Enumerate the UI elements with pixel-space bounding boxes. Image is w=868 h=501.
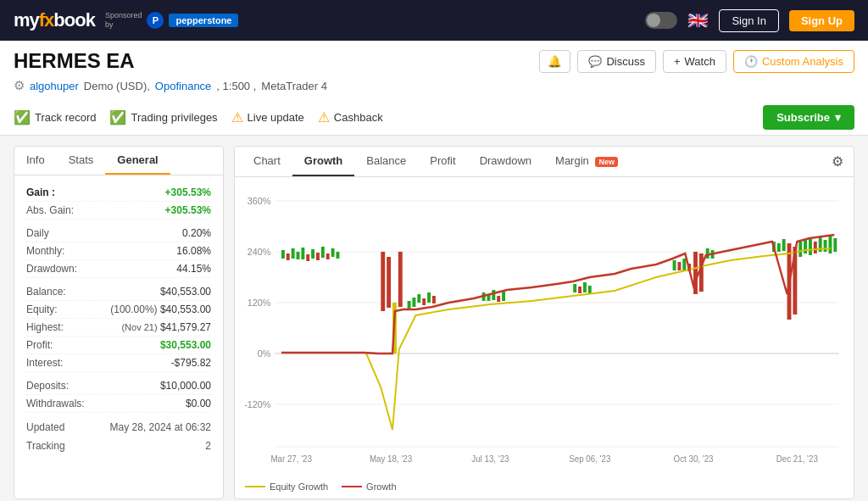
- svg-rect-41: [492, 290, 495, 300]
- stat-gain: Gain : +305.53%: [26, 184, 211, 202]
- chart-tab-growth[interactable]: Growth: [292, 147, 355, 176]
- abs-gain-value: +305.53%: [165, 204, 211, 216]
- svg-rect-30: [387, 257, 391, 308]
- svg-rect-21: [301, 248, 304, 259]
- equity-amt: $40,553.00: [160, 303, 211, 315]
- equity-growth-legend-line: [245, 486, 265, 487]
- svg-text:-120%: -120%: [244, 399, 270, 409]
- svg-text:May 18, '23: May 18, '23: [370, 454, 413, 464]
- equity-label: Equity:: [26, 303, 58, 315]
- monthly-label: Monthly:: [26, 245, 64, 257]
- chart-settings-icon[interactable]: ⚙: [828, 150, 847, 173]
- profit-label: Profit:: [26, 339, 53, 351]
- subscribe-button[interactable]: Subscribe ▾: [763, 105, 854, 130]
- svg-rect-66: [824, 240, 827, 252]
- language-flag[interactable]: 🇬🇧: [687, 10, 709, 31]
- theme-toggle[interactable]: [645, 12, 677, 29]
- svg-text:120%: 120%: [248, 298, 271, 308]
- svg-rect-50: [682, 259, 686, 270]
- svg-text:240%: 240%: [248, 247, 271, 257]
- chart-tab-margin[interactable]: Margin New: [543, 147, 630, 176]
- tracking-row: Tracking 2: [26, 437, 211, 455]
- discuss-label: Discuss: [606, 55, 645, 68]
- right-panel: Chart Growth Balance Profit Drawdown Mar…: [234, 146, 854, 499]
- svg-text:Jul 13, '23: Jul 13, '23: [471, 454, 509, 464]
- svg-rect-19: [292, 248, 295, 259]
- bell-button[interactable]: 🔔: [539, 50, 570, 73]
- watch-icon: +: [674, 55, 681, 68]
- page-title: HERMES EA: [14, 49, 135, 73]
- gain-label: Gain :: [26, 186, 55, 198]
- signin-button[interactable]: Sign In: [719, 9, 778, 32]
- badge-track-record: ✅ Track record: [14, 109, 96, 125]
- chart-tabs: Chart Growth Balance Profit Drawdown Mar…: [242, 147, 630, 176]
- chart-tab-drawdown[interactable]: Drawdown: [468, 147, 543, 176]
- custom-analysis-button[interactable]: 🕐 Custom Analysis: [733, 50, 854, 73]
- profit-value: $30,553.00: [160, 339, 211, 351]
- left-panel: Info Stats General Gain : +305.53% Abs. …: [14, 146, 224, 499]
- svg-rect-27: [331, 248, 335, 257]
- signup-button[interactable]: Sign Up: [789, 10, 854, 31]
- stat-withdrawals: Withdrawals: $0.00: [26, 395, 211, 413]
- stat-interest: Interest: -$795.82: [26, 354, 211, 372]
- chart-tab-balance[interactable]: Balance: [354, 147, 418, 176]
- svg-text:Mar 27, '23: Mar 27, '23: [270, 454, 312, 464]
- tab-general[interactable]: General: [105, 147, 170, 175]
- badges-row: ✅ Track record ✅ Trading privileges ⚠ Li…: [14, 100, 854, 135]
- svg-rect-35: [417, 294, 420, 303]
- chart-tab-chart[interactable]: Chart: [242, 147, 292, 176]
- tracking-value: 2: [205, 440, 211, 452]
- equity-growth-legend-label: Equity Growth: [270, 482, 328, 492]
- svg-text:360%: 360%: [248, 196, 271, 206]
- discuss-button[interactable]: 💬 Discuss: [577, 50, 656, 73]
- clock-icon: 🕐: [744, 55, 758, 68]
- svg-rect-52: [693, 252, 698, 294]
- badge-track-label: Track record: [35, 111, 96, 124]
- daily-value: 0.20%: [182, 227, 211, 239]
- updated-row: Updated May 28, 2024 at 06:32: [26, 418, 211, 437]
- tab-stats[interactable]: Stats: [57, 147, 106, 175]
- highest-date: (Nov 21): [121, 322, 157, 332]
- growth-legend-line: [342, 486, 362, 487]
- growth-chart: 360% 240% 120% 0% -120% Mar 27, '23 May …: [242, 184, 847, 472]
- tab-info[interactable]: Info: [14, 147, 57, 175]
- equity-pct: (100.00%): [110, 303, 157, 315]
- svg-text:0%: 0%: [258, 348, 271, 359]
- svg-rect-28: [337, 252, 340, 259]
- account-info: ⚙ algohuper Demo (USD), Opofinance , 1:5…: [14, 78, 854, 93]
- watch-button[interactable]: + Watch: [663, 50, 726, 73]
- stat-equity: Equity: (100.00%) $40,553.00: [26, 301, 211, 319]
- page-header: HERMES EA 🔔 💬 Discuss + Watch 🕐 Custom A…: [0, 41, 868, 136]
- account-user-link[interactable]: algohuper: [30, 80, 79, 92]
- stats-tabs-row: Info Stats General: [14, 147, 223, 175]
- interest-label: Interest:: [26, 357, 63, 369]
- stat-balance: Balance: $40,553.00: [26, 283, 211, 301]
- chart-tab-profit[interactable]: Profit: [418, 147, 467, 176]
- watch-label: Watch: [685, 55, 715, 68]
- svg-rect-17: [281, 250, 285, 259]
- account-broker-link[interactable]: Opofinance: [155, 80, 212, 92]
- account-type: Demo (USD),: [84, 80, 150, 92]
- account-platform: MetaTrader 4: [261, 80, 327, 92]
- svg-rect-18: [287, 253, 290, 260]
- stat-highest: Highest: (Nov 21) $41,579.27: [26, 319, 211, 337]
- equity-value: (100.00%) $40,553.00: [110, 303, 211, 315]
- chart-legend: Equity Growth Growth: [235, 478, 854, 498]
- svg-rect-23: [311, 249, 314, 259]
- equity-growth-line: [281, 248, 830, 430]
- new-badge: New: [595, 157, 618, 167]
- svg-text:Sep 06, '23: Sep 06, '23: [569, 454, 611, 464]
- withdrawals-label: Withdrawals:: [26, 398, 85, 409]
- sponsored-label: Sponsoredby: [105, 11, 142, 30]
- svg-rect-57: [777, 243, 781, 252]
- balance-value: $40,553.00: [160, 286, 211, 298]
- logo-fx: fx: [39, 9, 54, 31]
- stat-monthly: Monthly: 16.08%: [26, 242, 211, 260]
- highest-amt: $41,579.27: [160, 321, 211, 333]
- svg-rect-32: [398, 252, 403, 307]
- drawdown-label: Drawdown:: [26, 263, 77, 275]
- warn-icon-live: ⚠: [231, 109, 243, 125]
- svg-rect-29: [381, 252, 385, 311]
- pepperstone-label: pepperstone: [169, 14, 238, 27]
- svg-rect-34: [412, 298, 415, 307]
